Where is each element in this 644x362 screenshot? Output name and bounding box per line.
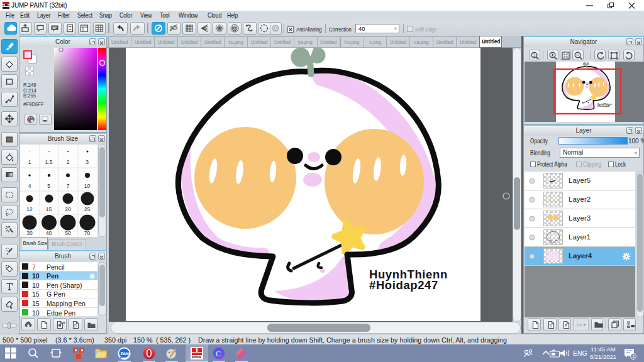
svg-text:PAINT: PAINT <box>193 356 201 359</box>
svg-text:8: 8 <box>550 324 552 328</box>
svg-text:1: 1 <box>533 53 536 57</box>
svg-text:Zalo: Zalo <box>121 351 130 356</box>
svg-text:1: 1 <box>632 354 635 359</box>
svg-text:C: C <box>216 349 221 358</box>
svg-text:#Hoidap247: #Hoidap247 <box>369 278 438 292</box>
svg-text:S: S <box>74 324 77 328</box>
